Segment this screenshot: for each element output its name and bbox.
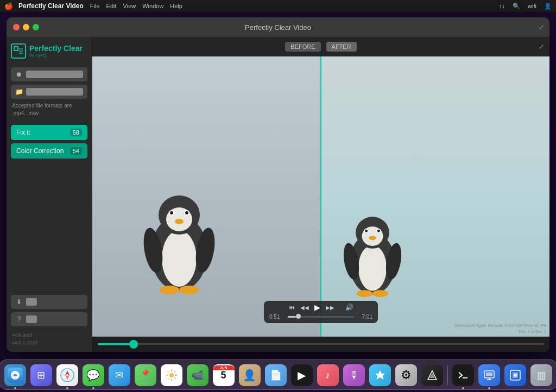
fix-it-count: 58 bbox=[70, 129, 82, 136]
video-top-bar: BEFORE AFTER ⤢ bbox=[92, 37, 549, 56]
scrubber-handle[interactable] bbox=[129, 340, 138, 349]
logo-sub-text: By EyeQ bbox=[29, 53, 83, 58]
video-metadata: 1920x1080 Type: Format: YUV420P Format: … bbox=[454, 323, 546, 334]
skip-forward-button[interactable]: ▶▶ bbox=[326, 305, 334, 311]
svg-point-13 bbox=[179, 286, 199, 294]
scrubber-track[interactable] bbox=[98, 343, 544, 345]
dock-item-screenflow[interactable] bbox=[477, 363, 501, 387]
input-video-button[interactable]: ⏺ bbox=[11, 67, 87, 81]
dock-item-mail[interactable]: ✉ bbox=[108, 363, 131, 387]
svg-rect-0 bbox=[14, 47, 18, 50]
dock-item-altamira[interactable] bbox=[420, 363, 444, 387]
dock-item-facetime[interactable]: 📹 bbox=[186, 363, 210, 387]
svg-point-34 bbox=[169, 373, 174, 377]
total-time: 7:01 bbox=[357, 314, 372, 320]
help-button[interactable]: ? bbox=[11, 312, 87, 326]
after-button[interactable]: AFTER bbox=[326, 42, 357, 52]
menubar-view[interactable]: View bbox=[123, 3, 136, 9]
video-icon: ⏺ bbox=[15, 71, 23, 78]
menubar-file[interactable]: File bbox=[90, 3, 100, 9]
dock-item-music[interactable]: ♪ bbox=[316, 363, 340, 387]
svg-point-22 bbox=[377, 230, 380, 232]
before-after-divider[interactable] bbox=[320, 56, 321, 337]
fix-it-button[interactable]: Fix it 58 bbox=[11, 125, 87, 140]
menubar-airdrop-icon: ↑↓ bbox=[499, 3, 505, 9]
dock-item-appstore[interactable] bbox=[368, 363, 392, 387]
dock-item-terminal[interactable] bbox=[451, 363, 475, 387]
menubar-search-icon[interactable]: 🔍 bbox=[513, 3, 520, 10]
color-correction-button[interactable]: Color Correction 54 bbox=[11, 143, 87, 159]
play-button[interactable]: ▶ bbox=[314, 303, 320, 312]
svg-rect-39 bbox=[486, 372, 492, 376]
safari-dot bbox=[66, 387, 68, 389]
svg-point-15 bbox=[358, 245, 387, 291]
volume-button[interactable]: 🔊 bbox=[345, 304, 353, 311]
dock-item-contacts[interactable]: 👤 bbox=[238, 363, 262, 387]
dock-item-screensnap[interactable] bbox=[503, 363, 527, 387]
trash-icon bbox=[530, 364, 552, 386]
dock-separator bbox=[447, 365, 448, 385]
version-info: Activated v4.0.1.2223 bbox=[11, 330, 87, 346]
penguin-left bbox=[136, 172, 223, 304]
menubar-user-icon[interactable]: 👤 bbox=[544, 3, 552, 10]
dock-item-photos[interactable] bbox=[160, 363, 184, 387]
messages-dot bbox=[92, 387, 94, 389]
menubar-help[interactable]: Help bbox=[170, 3, 182, 9]
video-right bbox=[321, 56, 549, 337]
title-bar: Perfectly Clear Video ⤢ bbox=[7, 17, 549, 37]
fullscreen-icon[interactable]: ⤢ bbox=[539, 43, 544, 50]
activated-text: Activated bbox=[12, 332, 86, 339]
progress-thumb[interactable] bbox=[296, 314, 301, 319]
screensnap-icon bbox=[504, 364, 526, 386]
scrubber-fill bbox=[98, 343, 134, 345]
dock-item-messages[interactable]: 💬 bbox=[81, 363, 105, 387]
dock-area: ⊞ 💬 bbox=[0, 349, 556, 392]
color-correction-count: 54 bbox=[70, 147, 82, 155]
progress-fill bbox=[288, 316, 296, 318]
menubar-app-name[interactable]: Perfectly Clear Video bbox=[18, 2, 84, 10]
sidebar: Perfectly Clear By EyeQ ⏺ 📁 Accepted fil… bbox=[7, 37, 92, 352]
files-icon: 📄 bbox=[265, 364, 287, 386]
accepted-formats-text: Accepted file formats are .mp4, .mov bbox=[11, 102, 87, 117]
dock-item-finder[interactable] bbox=[3, 363, 27, 387]
menubar-wifi-icon[interactable]: wifi bbox=[528, 3, 536, 9]
dock-item-launchpad[interactable]: ⊞ bbox=[29, 363, 53, 387]
podcasts-icon: 🎙 bbox=[343, 364, 365, 386]
playback-progress-row: 0:51 7:01 bbox=[269, 314, 372, 320]
dock-item-safari[interactable] bbox=[55, 363, 79, 387]
svg-rect-50 bbox=[539, 369, 544, 371]
close-button[interactable] bbox=[13, 24, 20, 30]
svg-point-26 bbox=[372, 290, 388, 297]
app-window: Perfectly Clear Video ⤢ Perfectly Clear bbox=[7, 17, 549, 352]
dock-item-files[interactable]: 📄 bbox=[264, 363, 288, 387]
finder-dot bbox=[14, 387, 16, 389]
before-button[interactable]: BEFORE bbox=[285, 42, 320, 52]
maximize-button[interactable] bbox=[33, 24, 39, 30]
messages-icon: 💬 bbox=[83, 364, 104, 386]
progress-bar[interactable] bbox=[288, 316, 354, 318]
terminal-dot bbox=[462, 387, 464, 389]
expand-icon[interactable]: ⤢ bbox=[539, 23, 544, 31]
output-file-button[interactable]: 📁 bbox=[11, 85, 87, 99]
main-content: Perfectly Clear By EyeQ ⏺ 📁 Accepted fil… bbox=[7, 37, 549, 352]
skip-back-button[interactable]: ◀◀ bbox=[300, 305, 309, 311]
help-label bbox=[26, 315, 37, 323]
dock-item-maps[interactable]: 📍 bbox=[134, 363, 157, 387]
dock-item-podcasts[interactable]: 🎙 bbox=[342, 363, 366, 387]
logo-main-text: Perfectly Clear bbox=[29, 45, 83, 53]
menubar-edit[interactable]: Edit bbox=[106, 3, 117, 9]
dock-item-trash[interactable] bbox=[529, 363, 553, 387]
rewind-button[interactable]: ⏮ bbox=[288, 304, 295, 311]
sysprefs-icon: ⚙ bbox=[395, 364, 417, 386]
terminal-icon bbox=[452, 364, 474, 386]
apple-menu[interactable]: 🍎 bbox=[4, 2, 12, 10]
export-button[interactable]: ⬇ bbox=[11, 295, 87, 309]
appletv-icon: ▶ bbox=[291, 364, 313, 386]
menubar-window[interactable]: Window bbox=[142, 3, 163, 9]
logo-icon bbox=[11, 43, 26, 59]
dock-item-appletv[interactable]: ▶ bbox=[290, 363, 314, 387]
photos-icon bbox=[161, 364, 182, 386]
dock-item-calendar[interactable]: JUN 5 bbox=[212, 363, 236, 387]
dock-item-sysprefs[interactable]: ⚙ bbox=[394, 363, 418, 387]
minimize-button[interactable] bbox=[23, 24, 29, 30]
